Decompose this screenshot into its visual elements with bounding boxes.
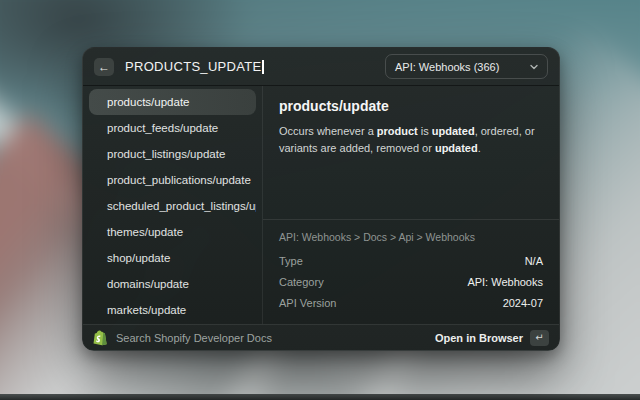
desc-bold: product bbox=[377, 125, 418, 137]
list-item[interactable]: domains/update bbox=[89, 271, 256, 297]
text-caret bbox=[262, 60, 264, 74]
desc-bold: updated bbox=[435, 142, 478, 154]
list-item-label: product_listings/update bbox=[107, 148, 225, 160]
search-input[interactable]: PRODUCTS_UPDATE bbox=[125, 59, 374, 74]
detail-metadata: API: Webhooks > Docs > Api > Webhooks Ty… bbox=[263, 219, 559, 324]
back-button[interactable]: ← bbox=[94, 58, 114, 76]
list-item-label: domains/update bbox=[107, 278, 189, 290]
enter-key-icon: ↵ bbox=[530, 330, 549, 346]
list-item-label: scheduled_product_listings/upd... bbox=[107, 200, 256, 212]
meta-row: Category API: Webhooks bbox=[279, 271, 543, 292]
desc-text: is bbox=[418, 125, 432, 137]
list-item-label: shop/update bbox=[107, 252, 170, 264]
list-item[interactable]: markets/update bbox=[89, 297, 256, 323]
chevron-down-icon bbox=[530, 64, 538, 70]
screen-bottom-strip bbox=[0, 394, 640, 400]
desc-text: Occurs whenever a bbox=[279, 125, 377, 137]
list-item-label: product_feeds/update bbox=[107, 122, 218, 134]
search-header: ← PRODUCTS_UPDATE API: Webhooks (366) bbox=[83, 48, 559, 86]
list-item[interactable]: products/update bbox=[89, 89, 256, 115]
detail-description: Occurs whenever a product is updated, or… bbox=[279, 123, 543, 157]
breadcrumb: API: Webhooks > Docs > Api > Webhooks bbox=[279, 231, 543, 243]
open-in-browser-label: Open in Browser bbox=[435, 332, 523, 344]
desc-bold: updated bbox=[432, 125, 475, 137]
palette-footer: Search Shopify Developer Docs Open in Br… bbox=[83, 324, 559, 350]
list-item-label: product_publications/update bbox=[107, 174, 251, 186]
desc-text: . bbox=[478, 142, 481, 154]
meta-row: API Version 2024-07 bbox=[279, 292, 543, 313]
list-item-label: products/update bbox=[107, 96, 189, 108]
open-in-browser-button[interactable]: Open in Browser ↵ bbox=[435, 330, 549, 346]
meta-value: API: Webhooks bbox=[467, 276, 543, 288]
back-arrow-icon: ← bbox=[98, 61, 110, 73]
list-item[interactable]: product_publications/update bbox=[89, 167, 256, 193]
list-item[interactable]: product_listings/update bbox=[89, 141, 256, 167]
shopify-logo-icon bbox=[93, 330, 107, 346]
list-item[interactable]: themes/update bbox=[89, 219, 256, 245]
list-item-label: markets/update bbox=[107, 304, 186, 316]
meta-row: Type N/A bbox=[279, 250, 543, 271]
list-item-label: themes/update bbox=[107, 226, 183, 238]
meta-label: Type bbox=[279, 255, 303, 267]
detail-main: products/update Occurs whenever a produc… bbox=[263, 86, 559, 219]
meta-label: API Version bbox=[279, 297, 336, 309]
command-palette-window: ← PRODUCTS_UPDATE API: Webhooks (366) pr… bbox=[82, 47, 560, 351]
extension-title: Search Shopify Developer Docs bbox=[116, 332, 426, 344]
meta-label: Category bbox=[279, 276, 324, 288]
list-item[interactable]: product_feeds/update bbox=[89, 115, 256, 141]
filter-dropdown[interactable]: API: Webhooks (366) bbox=[385, 54, 548, 79]
meta-value: 2024-07 bbox=[503, 297, 543, 309]
detail-title: products/update bbox=[279, 98, 543, 114]
list-item[interactable]: scheduled_product_listings/upd... bbox=[89, 193, 256, 219]
search-query-text: PRODUCTS_UPDATE bbox=[125, 59, 261, 74]
list-item[interactable]: shop/update bbox=[89, 245, 256, 271]
filter-dropdown-label: API: Webhooks (366) bbox=[395, 61, 499, 73]
meta-value: N/A bbox=[525, 255, 543, 267]
palette-body: products/update product_feeds/update pro… bbox=[83, 86, 559, 324]
detail-panel: products/update Occurs whenever a produc… bbox=[263, 86, 559, 324]
results-list: products/update product_feeds/update pro… bbox=[83, 86, 263, 324]
